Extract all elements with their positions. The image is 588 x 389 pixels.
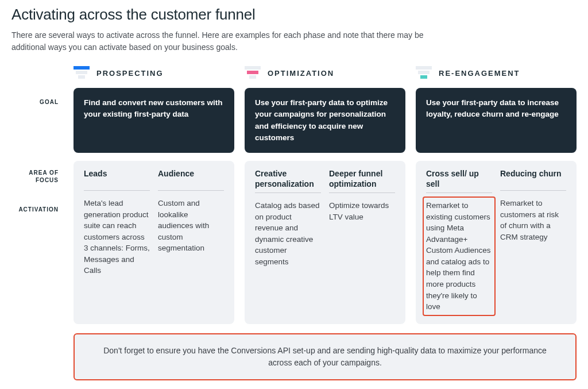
footnote-callout: Don't forget to ensure you have the Conv… [74,333,577,380]
focus-body-highlighted: Remarket to existing customers using Met… [423,197,496,316]
focus-body: Catalog ads based on product revenue and… [255,200,321,267]
focus-title: Audience [158,169,224,191]
focus-title: Cross sell/ up sell [426,169,492,193]
goal-card-prospecting: Find and convert new customers with your… [74,88,234,153]
stage-header-prospecting: PROSPECTING [74,66,234,80]
page-intro: There are several ways to activate acros… [11,29,448,53]
focus-title: Reducing churn [500,169,566,191]
funnel-icon-prospecting [74,66,90,80]
row-label-goal: GOAL [11,88,63,153]
stage-header-reengagement: RE-ENGAGEMENT [416,66,577,80]
stage-title: OPTIMIZATION [268,69,334,78]
focus-card-prospecting: Leads Meta's lead generation product sui… [74,161,234,324]
focus-body: Optimize towards LTV value [329,200,395,222]
funnel-grid: PROSPECTING OPTIMIZATION RE-ENGAGEMENT G… [11,66,577,380]
page-title: Activating across the customer funnel [11,6,577,24]
goal-card-optimization: Use your first-party data to optimize yo… [245,88,405,153]
goal-card-reengagement: Use your first-party data to increase lo… [416,88,577,153]
focus-body: Remarket to customers at risk of churn w… [500,198,566,242]
stage-title: RE-ENGAGEMENT [439,69,520,78]
stage-header-optimization: OPTIMIZATION [245,66,405,80]
funnel-icon-reengagement [416,66,432,80]
stage-title: PROSPECTING [96,69,164,78]
focus-title: Deeper funnel optimization [329,169,395,193]
row-label-activation: ACTIVATION [11,206,63,213]
focus-card-reengagement: Cross sell/ up sell Remarket to existing… [416,161,577,324]
row-label-area: AREA OF FOCUS [11,169,63,184]
focus-title: Creative personalization [255,169,321,193]
funnel-icon-optimization [245,66,261,80]
focus-body: Meta's lead generation product suite can… [84,198,150,276]
focus-title: Leads [84,169,150,191]
focus-body: Custom and lookalike audiences with cust… [158,198,224,254]
focus-card-optimization: Creative personalization Catalog ads bas… [245,161,405,324]
